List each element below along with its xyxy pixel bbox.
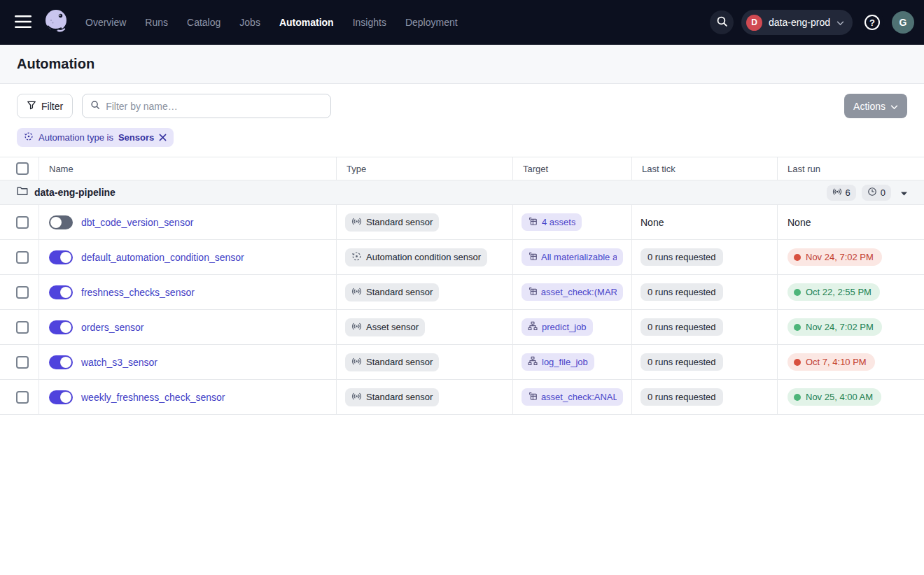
funnel-icon (27, 100, 36, 112)
sensor-toggle[interactable] (49, 215, 73, 229)
asset-icon (528, 216, 538, 228)
toggle-knob (60, 357, 71, 368)
last-run: None (788, 217, 811, 228)
table-row: watch_s3_sensor Standard sensor log_file… (0, 345, 924, 380)
primary-nav: Overview Runs Catalog Jobs Automation In… (85, 17, 458, 28)
deployment-switcher[interactable]: D data-eng-prod (741, 10, 853, 35)
table-row: default_automation_condition_sensor Auto… (0, 240, 924, 275)
target-label: asset_check:ANALY (541, 392, 617, 402)
job-icon (528, 356, 538, 368)
last-tick: 0 runs requested (640, 353, 723, 371)
job-icon (528, 321, 538, 333)
search-icon (716, 15, 728, 29)
hamburger-icon (15, 15, 31, 30)
target-link[interactable]: 4 assets (522, 213, 582, 231)
sensor-icon (351, 391, 362, 404)
last-run[interactable]: Nov 25, 4:00 AM (788, 388, 881, 406)
last-run[interactable]: Oct 7, 4:10 PM (788, 353, 875, 371)
sensor-toggle[interactable] (49, 320, 73, 334)
active-filters-row: Automation type is Sensors (0, 127, 924, 157)
sensor-toggle[interactable] (49, 250, 73, 264)
last-run[interactable]: Nov 24, 7:02 PM (788, 248, 882, 266)
actions-button[interactable]: Actions (844, 94, 907, 118)
filter-tag-value: Sensors (118, 132, 154, 143)
last-tick: 0 runs requested (640, 388, 723, 406)
target-link[interactable]: log_file_job (522, 353, 594, 371)
sensor-type-badge: Standard sensor (345, 388, 439, 406)
nav-item-insights[interactable]: Insights (353, 17, 386, 28)
sensor-toggle[interactable] (49, 285, 73, 299)
row-checkbox[interactable] (16, 321, 29, 334)
select-all-checkbox[interactable] (16, 162, 29, 175)
sensor-type-label: Asset sensor (366, 322, 419, 332)
nav-item-runs[interactable]: Runs (145, 17, 168, 28)
last-run[interactable]: Nov 24, 7:02 PM (788, 318, 882, 336)
collapse-group-button[interactable] (897, 185, 911, 201)
sensor-name-link[interactable]: orders_sensor (81, 322, 144, 333)
nav-item-catalog[interactable]: Catalog (187, 17, 220, 28)
sensor-toggle[interactable] (49, 355, 73, 369)
nav-item-overview[interactable]: Overview (85, 17, 126, 28)
row-checkbox[interactable] (16, 216, 29, 229)
column-header-last-run: Last run (778, 157, 924, 180)
sensor-type-label: Automation condition sensor (366, 252, 481, 262)
last-run[interactable]: Oct 22, 2:55 PM (788, 283, 880, 301)
table-row: freshness_checks_sensor Standard sensor … (0, 275, 924, 310)
run-status-dot (794, 394, 801, 401)
last-run-label: Oct 7, 4:10 PM (806, 357, 867, 367)
row-checkbox[interactable] (16, 356, 29, 369)
user-avatar[interactable]: G (892, 11, 914, 34)
toggle-knob (60, 252, 71, 263)
column-header-target: Target (513, 157, 632, 180)
last-run-label: Nov 24, 7:02 PM (806, 252, 874, 262)
dagster-logo[interactable] (41, 7, 71, 38)
clock-icon (867, 187, 877, 199)
toggle-knob (50, 217, 62, 228)
sensor-icon (351, 356, 362, 369)
sensor-name-link[interactable]: freshness_checks_sensor (81, 287, 195, 298)
sensor-name-link[interactable]: default_automation_condition_sensor (81, 252, 244, 263)
last-run-label: Oct 22, 2:55 PM (806, 287, 872, 297)
search-button[interactable] (710, 10, 734, 34)
table-row: dbt_code_version_sensor Standard sensor … (0, 205, 924, 240)
filter-button[interactable]: Filter (17, 94, 73, 118)
repository-group-row[interactable]: data-eng-pipeline 6 0 (0, 180, 924, 205)
target-link[interactable]: All materializable as (522, 248, 623, 266)
table-row: orders_sensor Asset sensor predict_job 0… (0, 310, 924, 345)
chevron-down-icon (836, 17, 844, 28)
group-summary: 6 0 (827, 185, 911, 201)
target-link[interactable]: asset_check:ANALY (522, 388, 623, 406)
target-link[interactable]: asset_check:(MARK (522, 283, 623, 301)
sensor-name-link[interactable]: weekly_freshness_check_sensor (81, 392, 225, 403)
name-filter-input[interactable] (106, 101, 323, 112)
nav-item-deployment[interactable]: Deployment (405, 17, 458, 28)
chevron-down-icon (890, 101, 898, 112)
menu-button[interactable] (10, 9, 36, 36)
schedule-count: 0 (881, 187, 886, 198)
toolbar: Filter Actions (0, 84, 924, 127)
sensor-name-link[interactable]: watch_s3_sensor (81, 357, 158, 368)
toggle-knob (60, 322, 71, 333)
page-title: Automation (17, 56, 94, 72)
row-checkbox[interactable] (16, 286, 29, 299)
close-icon[interactable] (159, 134, 167, 141)
last-run-label: None (788, 217, 811, 228)
name-filter (82, 94, 331, 118)
table-row: weekly_freshness_check_sensor Standard s… (0, 380, 924, 415)
sensor-toggle[interactable] (49, 390, 73, 404)
column-header-name: Name (39, 157, 337, 180)
column-header-last-tick: Last tick (632, 157, 778, 180)
nav-item-jobs[interactable]: Jobs (239, 17, 260, 28)
sensor-name-link[interactable]: dbt_code_version_sensor (81, 217, 193, 228)
toggle-knob (60, 287, 71, 298)
target-link[interactable]: predict_job (522, 318, 593, 336)
help-button[interactable]: ? (860, 10, 884, 34)
row-checkbox[interactable] (16, 251, 29, 264)
target-label: predict_job (542, 322, 587, 332)
asset-icon (528, 286, 537, 298)
row-checkbox[interactable] (16, 391, 29, 404)
sensor-icon (351, 321, 362, 334)
last-tick: 0 runs requested (640, 283, 723, 301)
automation-condition-icon (351, 251, 362, 264)
nav-item-automation[interactable]: Automation (279, 17, 334, 28)
